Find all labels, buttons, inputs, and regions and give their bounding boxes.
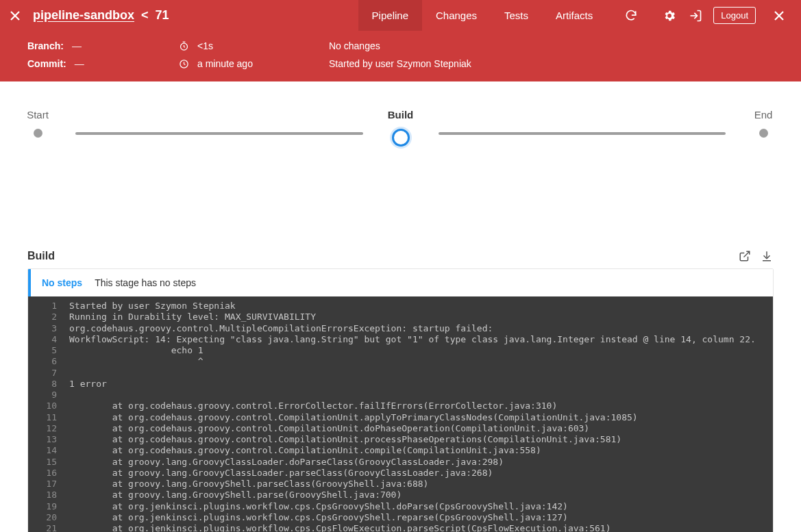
console-line: 17 at groovy.lang.GroovyShell.parseClass… bbox=[28, 479, 773, 490]
console-line: 20 at org.jenkinsci.plugins.workflow.cps… bbox=[28, 512, 773, 523]
logout-button[interactable]: Logout bbox=[713, 7, 756, 24]
run-title: pipeline-sandbox < 71 bbox=[33, 8, 169, 23]
console-output[interactable]: 1Started by user Szymon Stepniak2Running… bbox=[28, 296, 773, 532]
stage-end-node[interactable] bbox=[759, 129, 768, 138]
right-actions: Logout bbox=[623, 7, 787, 24]
branch-value: — bbox=[72, 40, 82, 51]
console-line: 6 ^ bbox=[28, 356, 773, 367]
console-line: 14 at org.codehaus.groovy.control.Compil… bbox=[28, 445, 773, 456]
stage-start-label: Start bbox=[27, 109, 49, 121]
when-value: a minute ago bbox=[197, 58, 253, 69]
build-section: Build No steps This stage has no steps 1… bbox=[0, 249, 801, 532]
title-separator: < bbox=[141, 8, 149, 23]
tab-tests[interactable]: Tests bbox=[491, 0, 542, 31]
tab-pipeline[interactable]: Pipeline bbox=[358, 0, 422, 31]
console-line: 4WorkflowScript: 14: Expecting "class ja… bbox=[28, 334, 773, 345]
console-line: 1Started by user Szymon Stepniak bbox=[28, 301, 773, 312]
no-steps-title: No steps bbox=[42, 277, 82, 288]
topbar: pipeline-sandbox < 71 Pipeline Changes T… bbox=[0, 0, 801, 31]
console-line: 15 at groovy.lang.GroovyClassLoader.doPa… bbox=[28, 457, 773, 468]
console-line: 9 bbox=[28, 390, 773, 401]
stage-build-node[interactable] bbox=[392, 129, 410, 147]
console-line: 81 error bbox=[28, 379, 773, 390]
info-bar: Branch: — Commit: — <1s a minute ago bbox=[0, 31, 801, 81]
run-number: 71 bbox=[156, 8, 169, 23]
log-panel: No steps This stage has no steps 1Starte… bbox=[27, 268, 774, 532]
header-bar: pipeline-sandbox < 71 Pipeline Changes T… bbox=[0, 0, 801, 81]
connector bbox=[439, 132, 726, 135]
console-line: 5 echo 1 bbox=[28, 345, 773, 356]
console-line: 13 at org.codehaus.groovy.control.Compil… bbox=[28, 434, 773, 445]
duration-value: <1s bbox=[197, 40, 213, 51]
tab-changes[interactable]: Changes bbox=[422, 0, 491, 31]
stage-build-label: Build bbox=[388, 109, 414, 121]
console-line: 2Running in Durability level: MAX_SURVIV… bbox=[28, 312, 773, 322]
no-steps-msg: This stage has no steps bbox=[95, 277, 196, 288]
pipeline-body: Start Build End bbox=[0, 81, 801, 167]
stopwatch-icon bbox=[178, 40, 189, 51]
changes-value: No changes bbox=[329, 40, 380, 51]
clock-icon bbox=[178, 58, 189, 69]
rerun-icon[interactable] bbox=[623, 8, 639, 24]
console-line: 10 at org.codehaus.groovy.control.ErrorC… bbox=[28, 401, 773, 411]
console-line: 18 at groovy.lang.GroovyShell.parse(Groo… bbox=[28, 490, 773, 501]
tab-artifacts[interactable]: Artifacts bbox=[542, 0, 606, 31]
stage-start-node[interactable] bbox=[34, 129, 42, 138]
pipeline-name-link[interactable]: pipeline-sandbox bbox=[33, 8, 134, 23]
section-title: Build bbox=[27, 250, 55, 262]
started-by-value: Started by user Szymon Stepniak bbox=[329, 58, 471, 69]
gear-icon[interactable] bbox=[661, 8, 678, 24]
commit-value: — bbox=[75, 58, 84, 69]
console-line: 12 at org.codehaus.groovy.control.Compil… bbox=[28, 423, 773, 434]
tabs: Pipeline Changes Tests Artifacts bbox=[358, 0, 607, 31]
console-line: 3org.codehaus.groovy.control.MultipleCom… bbox=[28, 323, 773, 334]
close-panel-icon[interactable] bbox=[771, 8, 787, 24]
exit-icon[interactable] bbox=[687, 8, 704, 24]
commit-label: Commit: bbox=[27, 58, 66, 69]
console-line: 19 at org.jenkinsci.plugins.workflow.cps… bbox=[28, 501, 773, 512]
stage-end-label: End bbox=[754, 109, 773, 121]
console-line: 16 at groovy.lang.GroovyClassLoader.pars… bbox=[28, 468, 773, 479]
steps-bar: No steps This stage has no steps bbox=[28, 269, 773, 296]
console-line: 21 at org.jenkinsci.plugins.workflow.cps… bbox=[28, 523, 773, 532]
console-line: 11 at org.codehaus.groovy.control.Compil… bbox=[28, 412, 773, 423]
open-external-icon[interactable] bbox=[738, 249, 752, 263]
stage-graph: Start Build End bbox=[0, 109, 801, 147]
branch-label: Branch: bbox=[27, 40, 64, 51]
connector bbox=[75, 132, 363, 135]
download-icon[interactable] bbox=[760, 249, 774, 263]
close-icon[interactable] bbox=[8, 9, 22, 23]
console-line: 7 bbox=[28, 368, 773, 379]
